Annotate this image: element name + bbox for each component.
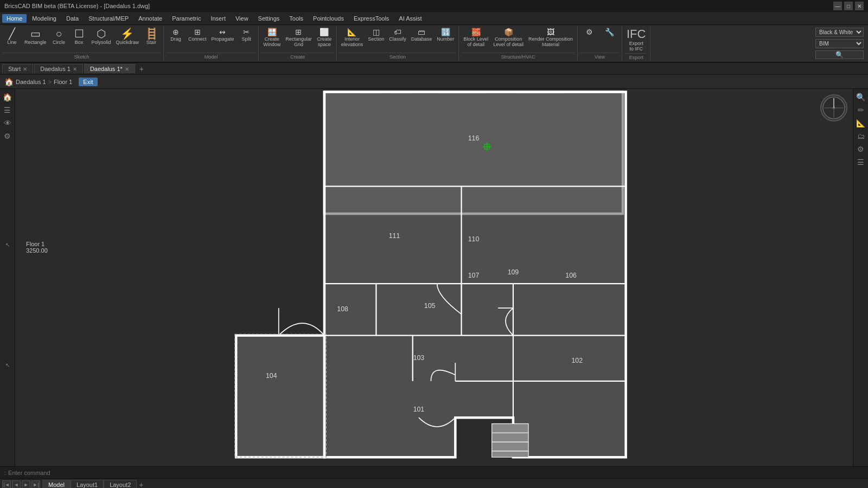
room-label-116: 116 <box>468 134 480 142</box>
tool-render-composition[interactable]: 🖼Render CompositionMaterial <box>526 27 575 49</box>
group-title-model: Model <box>166 53 256 60</box>
menu-item-settings[interactable]: Settings <box>254 14 284 23</box>
left-panel: 🏠 ☰ 👁 ⚙ ↖ ↖ <box>0 89 15 466</box>
tab-daedalus1m-label: Daedalus 1* <box>90 66 123 72</box>
tab-daedalus1m-close[interactable]: ✕ <box>125 66 129 72</box>
menu-item-expresstools[interactable]: ExpressTools <box>349 14 393 23</box>
tab-start-label: Start <box>8 66 21 72</box>
tool-quickdraw[interactable]: ⚡Quickdraw <box>114 27 142 47</box>
group-title-section: Section <box>339 53 457 60</box>
menu-item-parametric[interactable]: Parametric <box>168 14 205 23</box>
tool-create-window[interactable]: 🪟CreateWindow <box>261 27 283 49</box>
tool-line[interactable]: ╱Line <box>2 27 22 47</box>
layout-nav-next2[interactable]: ►| <box>31 480 40 489</box>
right-icon-menu[interactable]: ☰ <box>855 156 867 168</box>
exit-button[interactable]: Exit <box>79 78 97 86</box>
menubar: HomeModelingDataStructural/MEPAnnotatePa… <box>0 12 868 25</box>
ribbon-model-buttons: ⊕Drag ⊞Connect ↭Propagate ✂Split <box>166 27 256 53</box>
menu-item-data[interactable]: Data <box>62 14 83 23</box>
menu-item-annotate[interactable]: Annotate <box>134 14 167 23</box>
tool-number[interactable]: 🔢Number <box>435 27 456 43</box>
layout-tab-model[interactable]: Model <box>42 480 71 489</box>
search-button[interactable]: 🔍 <box>815 50 864 59</box>
tool-view-extra2[interactable]: 🔧 <box>600 27 620 37</box>
tab-start[interactable]: Start ✕ <box>2 64 33 73</box>
layout-nav-prev2[interactable]: ◄ <box>12 480 21 489</box>
tab-daedalus1-close[interactable]: ✕ <box>73 66 77 72</box>
tab-daedalus1[interactable]: Daedalus 1 ✕ <box>34 64 83 73</box>
tool-box[interactable]: ☐Box <box>69 27 89 47</box>
layout-nav-next1[interactable]: ► <box>22 480 30 489</box>
color-mode-select[interactable]: Black & White <box>815 28 864 37</box>
tool-propagate[interactable]: ↭Propagate <box>209 27 237 43</box>
tool-rectangular-grid[interactable]: ⊞RectangularGrid <box>283 27 314 49</box>
tool-export-ifc[interactable]: IFCExportto IFC <box>624 27 648 53</box>
sidebar-settings-icon[interactable]: ⚙ <box>2 130 14 142</box>
layout-tab-layout1[interactable]: Layout1 <box>71 480 104 488</box>
menu-item-view[interactable]: View <box>231 14 253 23</box>
right-icon-filter[interactable]: ⚙ <box>855 143 867 155</box>
tool-classify[interactable]: 🏷Classify <box>387 27 409 43</box>
tab-daedalus1-modified[interactable]: Daedalus 1* ✕ <box>84 64 135 73</box>
canvas-area[interactable]: 116 111 110 108 107 109 106 105 104 103 … <box>15 89 853 466</box>
right-icon-layers[interactable]: 🗂 <box>855 130 867 142</box>
tool-composition-level[interactable]: 📦CompositionLevel of detail <box>491 27 526 49</box>
tool-rectangle[interactable]: ▭Rectangle <box>22 27 49 47</box>
layout-tab-add[interactable]: + <box>137 480 145 489</box>
right-icon-measure[interactable]: 📐 <box>855 117 867 129</box>
tool-section[interactable]: ◫Section <box>366 27 386 43</box>
workspace-select[interactable]: BIM <box>815 39 864 48</box>
tool-block-level[interactable]: 🧱Block Levelof detail <box>461 27 490 49</box>
room-label-103: 103 <box>413 354 425 362</box>
room-label-106: 106 <box>565 272 577 279</box>
tab-add-button[interactable]: + <box>136 63 147 74</box>
layout-nav-prev1[interactable]: |◄ <box>2 480 11 489</box>
floor-info-overlay: Floor 1 3250.00 <box>26 241 48 254</box>
tool-circle[interactable]: ○Circle <box>49 27 69 47</box>
sidebar-list-icon[interactable]: ☰ <box>2 104 14 116</box>
minimize-button[interactable]: — <box>833 2 842 10</box>
group-title-sketch: Sketch <box>2 53 161 60</box>
menu-item-pointclouds[interactable]: Pointclouds <box>309 14 348 23</box>
cmd-input[interactable] <box>8 470 864 476</box>
tool-drag[interactable]: ⊕Drag <box>166 27 186 43</box>
sidebar-arrow-up[interactable]: ↖ <box>2 239 14 251</box>
tool-split[interactable]: ✂Split <box>237 27 256 43</box>
maximize-button[interactable]: □ <box>844 2 853 10</box>
close-button[interactable]: ✕ <box>855 2 864 10</box>
tool-stair[interactable]: 🪜Stair <box>142 27 161 47</box>
sidebar-eye-icon[interactable]: 👁 <box>2 117 14 129</box>
ribbon-create-buttons: 🪟CreateWindow ⊞RectangularGrid ⬜Createsp… <box>261 27 334 53</box>
tool-create-space[interactable]: ⬜Createspace <box>315 27 334 49</box>
menu-item-ai assist[interactable]: AI Assist <box>394 14 426 23</box>
sidebar-arrow-down[interactable]: ↖ <box>2 359 14 371</box>
tool-polysolid[interactable]: ⬡Polysolid <box>90 27 113 47</box>
tool-database[interactable]: 🗃Database <box>409 27 435 43</box>
breadcrumb-sep1: > <box>48 79 52 85</box>
ribbon-group-model: ⊕Drag ⊞Connect ↭Propagate ✂Split Model <box>164 26 259 61</box>
tool-interior-elevations[interactable]: 📐Interiorelevations <box>339 27 366 49</box>
right-icon-edit[interactable]: ✏ <box>855 104 867 116</box>
breadcrumb-project: Daedalus 1 <box>16 79 46 85</box>
tool-view-extra1[interactable]: ⚙ <box>580 27 599 37</box>
menu-item-home[interactable]: Home <box>2 14 27 23</box>
tab-bar: Start ✕ Daedalus 1 ✕ Daedalus 1* ✕ + <box>0 63 868 75</box>
sidebar-home-icon[interactable]: 🏠 <box>2 91 14 103</box>
svg-rect-19 <box>492 423 528 457</box>
menu-item-modeling[interactable]: Modeling <box>28 14 61 23</box>
ribbon-group-section: 📐Interiorelevations ◫Section 🏷Classify 🗃… <box>337 26 459 61</box>
breadcrumb-floor: Floor 1 <box>54 79 72 85</box>
menu-item-structural-mep[interactable]: Structural/MEP <box>84 14 133 23</box>
group-title-structure: Structure/HVAC <box>461 53 575 60</box>
menu-item-insert[interactable]: Insert <box>206 14 230 23</box>
titlebar: BricsCAD BIM beta (BETA License) - [Daed… <box>0 0 868 12</box>
tab-start-close[interactable]: ✕ <box>23 66 27 72</box>
layout-tab-layout2[interactable]: Layout2 <box>104 480 137 488</box>
right-icon-search[interactable]: 🔍 <box>855 91 867 103</box>
floor-value: 3250.00 <box>26 247 48 254</box>
menu-item-tools[interactable]: Tools <box>285 14 308 23</box>
group-title-create: Create <box>261 53 334 60</box>
home-icon: 🏠 <box>4 78 14 86</box>
tool-connect[interactable]: ⊞Connect <box>186 27 209 43</box>
compass <box>820 94 847 121</box>
